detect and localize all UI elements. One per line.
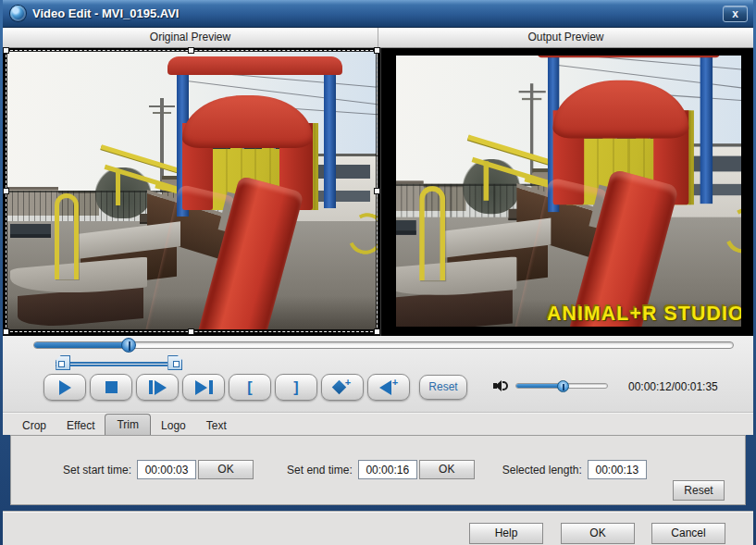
right-bracket-icon: ] — [293, 381, 298, 394]
set-end-time-label: Set end time: — [287, 464, 353, 477]
snapshot-button[interactable]: + — [367, 374, 410, 401]
crop-handle-middle-right[interactable] — [374, 188, 380, 194]
plus-icon: + — [392, 378, 398, 386]
trim-settings-row: Set start time: OK Set end time: OK Sele… — [11, 460, 745, 479]
window-title: Video Edit - MVI_0195.AVI — [32, 6, 723, 20]
original-preview-pane: ANIMAL+R STUDIO — [3, 48, 381, 336]
app-icon — [10, 6, 26, 21]
cube-icon — [332, 380, 347, 395]
play-button[interactable] — [43, 374, 86, 401]
back-arrow-icon — [379, 380, 391, 395]
time-display: 00:00:12/00:01:35 — [628, 380, 718, 393]
video-frame-scene: ANIMAL+R STUDIO — [396, 56, 741, 327]
step-forward-button[interactable] — [136, 374, 179, 401]
playback-controls: [ ] + + Reset 00:00:12/00:01:35 — [3, 336, 753, 413]
trim-range-slider — [33, 354, 734, 371]
transport-button-row: [ ] + + Reset — [43, 374, 467, 401]
end-time-input[interactable] — [358, 460, 417, 479]
play-icon — [59, 380, 71, 395]
trim-range-line — [56, 362, 167, 364]
video-edit-dialog: Video Edit - MVI_0195.AVI x Original Pre… — [0, 0, 756, 545]
step-bar-icon — [149, 380, 153, 394]
cancel-button[interactable]: Cancel — [651, 523, 725, 544]
next-tri-icon — [195, 380, 207, 395]
stop-button[interactable] — [90, 374, 132, 401]
trim-end-handle[interactable] — [167, 355, 182, 370]
output-preview-label: Output Preview — [378, 28, 753, 47]
tab-text[interactable]: Text — [196, 415, 237, 436]
selected-length-input[interactable] — [588, 460, 647, 479]
step-tri-icon — [155, 380, 167, 395]
ok-button[interactable]: OK — [561, 523, 635, 544]
trim-reset-button[interactable]: Reset — [673, 480, 725, 501]
crop-handle-middle-left[interactable] — [3, 188, 9, 194]
crop-handle-top-left[interactable] — [3, 47, 9, 54]
player-reset-button[interactable]: Reset — [419, 375, 467, 400]
crop-selection-marquee[interactable] — [6, 50, 378, 332]
crop-handle-bottom-middle[interactable] — [188, 328, 194, 335]
output-preview-pane: ANIMAL+R STUDIO — [381, 48, 752, 336]
close-button[interactable]: x — [723, 6, 748, 22]
speaker-icon[interactable] — [493, 378, 510, 393]
seek-slider[interactable] — [33, 341, 734, 349]
seek-thumb[interactable] — [121, 338, 136, 353]
next-keyframe-button[interactable] — [182, 374, 225, 401]
preview-area: ANIMAL+R STUDIO — [3, 48, 753, 336]
crop-handle-top-middle[interactable] — [188, 47, 194, 54]
set-start-time-label: Set start time: — [63, 464, 131, 477]
volume-slider[interactable] — [515, 383, 608, 389]
start-time-ok-button[interactable]: OK — [198, 460, 254, 479]
stop-icon — [105, 381, 118, 393]
tab-logo[interactable]: Logo — [151, 415, 196, 436]
selected-length-label: Selected length: — [502, 464, 582, 477]
title-bar[interactable]: Video Edit - MVI_0195.AVI x — [3, 0, 753, 28]
next-bar-icon — [209, 380, 213, 394]
dialog-footer: Help OK Cancel — [3, 511, 753, 545]
start-time-input[interactable] — [137, 460, 196, 479]
seek-fill — [34, 342, 129, 348]
trim-tab-panel: Set start time: OK Set end time: OK Sele… — [10, 435, 746, 505]
logo-watermark-text: ANIMAL+R STUDIO — [547, 302, 741, 325]
preview-header: Original Preview Output Preview — [3, 28, 753, 48]
edit-tab-strip: Crop Effect Trim Logo Text — [3, 413, 753, 435]
plus-icon: + — [345, 378, 351, 386]
left-bracket-icon: [ — [247, 381, 252, 394]
volume-thumb[interactable] — [557, 380, 569, 392]
trim-start-handle[interactable] — [56, 355, 70, 370]
tab-crop[interactable]: Crop — [12, 415, 56, 436]
mark-end-button[interactable]: ] — [275, 374, 317, 401]
tab-effect[interactable]: Effect — [56, 415, 105, 436]
crop-handle-top-right[interactable] — [374, 47, 380, 54]
tab-trim[interactable]: Trim — [105, 414, 151, 436]
help-button[interactable]: Help — [469, 523, 543, 544]
crop-handle-bottom-left[interactable] — [3, 328, 9, 335]
volume-group — [493, 378, 608, 393]
original-preview-label: Original Preview — [3, 28, 378, 47]
mark-start-button[interactable]: [ — [229, 374, 271, 401]
end-time-ok-button[interactable]: OK — [419, 460, 475, 479]
crop-handle-bottom-right[interactable] — [374, 328, 380, 335]
output-video-frame: ANIMAL+R STUDIO — [396, 56, 741, 327]
split-segment-button[interactable]: + — [321, 374, 364, 401]
